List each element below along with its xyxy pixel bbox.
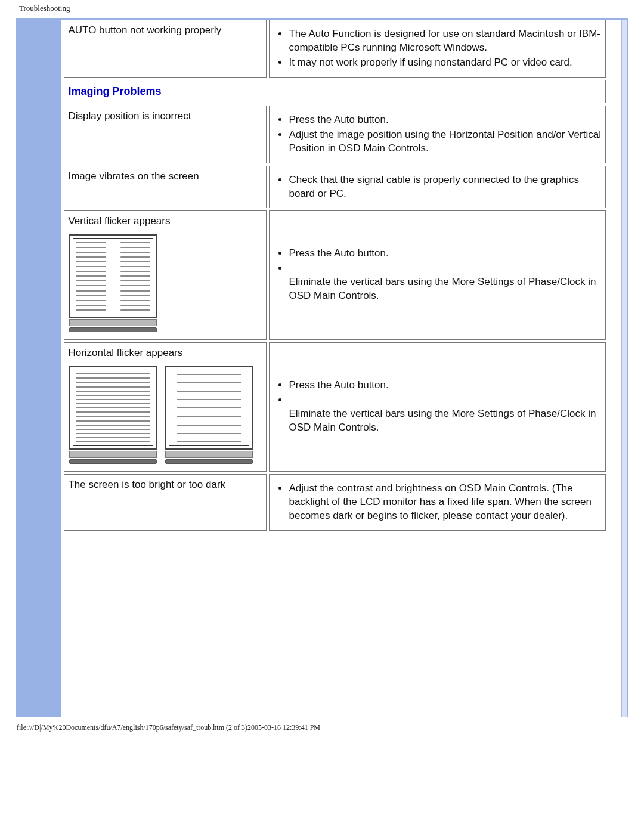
issue-cell: AUTO button not working properly	[64, 20, 267, 78]
list-item-text: Eliminate the vertical bars using the Mo…	[289, 276, 596, 301]
issue-label: Vertical flicker appears	[68, 215, 262, 228]
table-row: Horizontal flicker appears	[64, 342, 606, 472]
list-item: Eliminate the vertical bars using the Mo…	[289, 262, 602, 303]
section-header-cell: Imaging Problems	[64, 80, 606, 103]
table-row: Imaging Problems	[64, 80, 606, 103]
table-row: Image vibrates on the screen Check that …	[64, 166, 606, 209]
table-row: The screen is too bright or too dark Adj…	[64, 474, 606, 531]
issue-cell: Image vibrates on the screen	[64, 166, 267, 209]
document-frame: AUTO button not working properly The Aut…	[16, 18, 628, 717]
list-item: Press the Auto button.	[289, 247, 602, 261]
page-title: Troubleshooting	[0, 0, 644, 18]
footer-path: file:///D|/My%20Documents/dfu/A7/english…	[0, 717, 644, 750]
list-item: Adjust the image position using the Hori…	[289, 128, 602, 156]
list-item: Adjust the contrast and brightness on OS…	[289, 482, 602, 523]
issue-cell: Display position is incorrect	[64, 106, 267, 163]
list-item: It may not work properly if using nonsta…	[289, 56, 602, 70]
monitor-icon	[69, 366, 157, 464]
section-heading: Imaging Problems	[68, 85, 161, 97]
solution-cell: Press the Auto button. Eliminate the ver…	[269, 210, 606, 340]
list-item: Press the Auto button.	[289, 113, 602, 127]
scrollbar[interactable]	[621, 20, 627, 717]
issue-cell: Horizontal flicker appears	[64, 342, 267, 472]
table-row: AUTO button not working properly The Aut…	[64, 20, 606, 78]
issue-cell: The screen is too bright or too dark	[64, 474, 267, 531]
list-item: Press the Auto button.	[289, 379, 602, 392]
monitor-icon	[69, 234, 157, 332]
left-sidebar	[17, 20, 61, 717]
issue-cell: Vertical flicker appears	[64, 210, 267, 340]
list-item: Eliminate the vertical bars using the Mo…	[289, 394, 602, 435]
solution-cell: Press the Auto button. Eliminate the ver…	[269, 342, 606, 472]
issue-label: Horizontal flicker appears	[68, 346, 262, 360]
table-row: Vertical flicker appears	[64, 210, 606, 340]
solution-cell: Adjust the contrast and brightness on OS…	[269, 474, 606, 531]
troubleshooting-table: AUTO button not working properly The Aut…	[61, 17, 608, 533]
content-area: AUTO button not working properly The Aut…	[61, 20, 621, 717]
table-row: Display position is incorrect Press the …	[64, 106, 606, 163]
list-item-text: Eliminate the vertical bars using the Mo…	[289, 408, 596, 433]
solution-cell: Press the Auto button. Adjust the image …	[269, 106, 606, 163]
list-item: Check that the signal cable is properly …	[289, 174, 602, 201]
monitor-icon	[165, 366, 253, 464]
solution-cell: The Auto Function is designed for use on…	[269, 20, 606, 78]
list-item: The Auto Function is designed for use on…	[289, 27, 602, 55]
solution-cell: Check that the signal cable is properly …	[269, 166, 606, 209]
